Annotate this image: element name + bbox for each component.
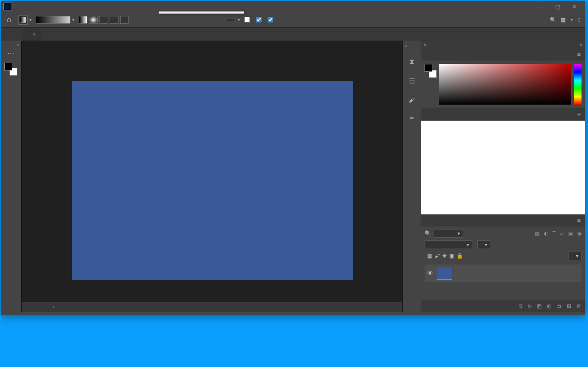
- menu-bar: — ▢ ✕: [1, 1, 585, 12]
- collapse-icon[interactable]: »: [16, 42, 19, 47]
- layers-footer: ⧉ fx ◩ ◐ 🗀 ⊞ 🗑: [421, 300, 585, 312]
- panel-fg-bg[interactable]: [425, 64, 437, 78]
- canvas[interactable]: [72, 81, 353, 280]
- lock-paint-icon[interactable]: 🖌: [435, 253, 440, 259]
- transparency-checkbox[interactable]: [268, 17, 275, 22]
- mask-icon[interactable]: ◩: [537, 303, 542, 309]
- panel-menu-icon[interactable]: ≡: [575, 111, 583, 118]
- panel-menu-icon[interactable]: ≡: [575, 217, 583, 224]
- filter-pixel-icon[interactable]: ▦: [535, 230, 540, 236]
- window-menu-dropdown: [159, 11, 244, 14]
- opacity-value[interactable]: [227, 19, 234, 21]
- layer-opacity[interactable]: ▾: [477, 240, 490, 249]
- close-button[interactable]: ✕: [566, 2, 582, 11]
- status-bar: ›: [22, 302, 402, 312]
- learn-panel[interactable]: [421, 120, 585, 214]
- window-controls: — ▢ ✕: [533, 2, 582, 11]
- dither-checkbox[interactable]: [256, 17, 263, 22]
- more-tools-icon[interactable]: ⋯: [3, 47, 18, 58]
- hue-slider[interactable]: [574, 64, 582, 105]
- app-icon[interactable]: [3, 3, 11, 10]
- right-mini-dock: « ⧗ ☰ 🖌 ≡: [403, 41, 421, 312]
- fx-icon[interactable]: fx: [528, 303, 532, 309]
- chevron-down-icon[interactable]: ▾: [571, 17, 573, 22]
- color-field[interactable]: [439, 64, 571, 105]
- opacity-control: ▾: [224, 17, 240, 22]
- blend-mode[interactable]: ▾: [425, 240, 472, 249]
- search-icon[interactable]: 🔍: [550, 17, 556, 23]
- maximize-button[interactable]: ▢: [550, 2, 566, 11]
- lock-pos-icon[interactable]: ✥: [442, 253, 447, 259]
- gradient-diamond-icon[interactable]: [120, 16, 129, 24]
- layer-list: 👁: [421, 263, 585, 300]
- canvas-area[interactable]: ›: [21, 41, 403, 312]
- layers-panel: 🔍 ▾ ▦ ◐ T ▱ ▣ ◉ ▾: [421, 227, 585, 312]
- filter-shape-icon[interactable]: ▱: [560, 230, 564, 236]
- tools-toolbar: » ⋯: [1, 41, 21, 312]
- chevron-down-icon[interactable]: ▾: [238, 17, 240, 22]
- lock-trans-icon[interactable]: ▦: [427, 253, 432, 259]
- trash-icon[interactable]: 🗑: [576, 303, 582, 309]
- filter-smart-icon[interactable]: ▣: [568, 230, 573, 236]
- link-icon[interactable]: ⧉: [519, 303, 523, 309]
- close-icon[interactable]: ×: [33, 32, 36, 38]
- gradient-reflected-icon[interactable]: [110, 16, 118, 24]
- options-bar: ⌂ ▾ ▾ ▾ 🔍 ▥ ▾ ⇪: [1, 12, 585, 28]
- lock-all-icon[interactable]: 🔒: [457, 253, 463, 259]
- new-layer-icon[interactable]: ⊞: [567, 303, 571, 309]
- document-tab[interactable]: ×: [23, 28, 41, 41]
- expand-icon[interactable]: »: [579, 41, 582, 48]
- layer-thumbnail[interactable]: [437, 267, 452, 280]
- history-icon[interactable]: ⧗: [407, 57, 417, 67]
- adjustment-icon[interactable]: ◐: [547, 303, 551, 309]
- brushes-icon[interactable]: 🖌: [407, 95, 417, 105]
- gradient-angle-icon[interactable]: [99, 16, 108, 24]
- chevron-down-icon[interactable]: ▾: [29, 17, 32, 22]
- properties-icon[interactable]: ☰: [407, 76, 417, 86]
- right-panels: «» ≡ ≡ ≡ 🔍 ▾: [421, 41, 585, 312]
- gradient-picker[interactable]: [36, 16, 70, 24]
- filter-type-icon[interactable]: T: [553, 230, 556, 236]
- visibility-icon[interactable]: 👁: [427, 270, 433, 277]
- gradient-radial-icon[interactable]: [89, 16, 98, 24]
- layer-fill[interactable]: ▾: [569, 252, 582, 260]
- presets-icon[interactable]: ≡: [407, 114, 417, 124]
- color-panel: [421, 61, 585, 108]
- lock-artboard-icon[interactable]: ▣: [449, 253, 454, 259]
- filter-kind[interactable]: ▾: [434, 229, 463, 238]
- gradient-linear-icon[interactable]: [79, 16, 87, 24]
- share-icon[interactable]: ⇪: [577, 17, 582, 23]
- chevron-down-icon[interactable]: ▾: [72, 17, 74, 22]
- minimize-button[interactable]: —: [533, 2, 550, 11]
- gradient-style-group: [79, 16, 129, 24]
- layers-panel-tabs: ≡: [421, 214, 585, 227]
- collapse-icon[interactable]: «: [424, 41, 427, 48]
- collapse-icon[interactable]: «: [405, 43, 407, 48]
- reverse-checkbox[interactable]: [244, 17, 252, 22]
- layer-row[interactable]: 👁: [425, 265, 582, 282]
- home-icon[interactable]: ⌂: [4, 15, 14, 25]
- workspace-icon[interactable]: ▥: [561, 17, 566, 23]
- app-window: — ▢ ✕ ⌂ ▾ ▾ ▾ 🔍 ▥: [1, 1, 585, 315]
- chevron-right-icon[interactable]: ›: [53, 304, 54, 310]
- document-tab-bar: ×: [1, 28, 585, 41]
- gradient-swatch[interactable]: [18, 15, 28, 25]
- learn-panel-tabs: ≡: [421, 108, 585, 120]
- panel-menu-icon[interactable]: ≡: [575, 51, 583, 58]
- filter-adjust-icon[interactable]: ◐: [544, 230, 548, 236]
- group-icon[interactable]: 🗀: [556, 303, 562, 309]
- color-panel-tabs: ≡: [421, 48, 585, 61]
- fg-bg-color[interactable]: [3, 62, 18, 77]
- filter-toggle-icon[interactable]: ◉: [577, 230, 582, 236]
